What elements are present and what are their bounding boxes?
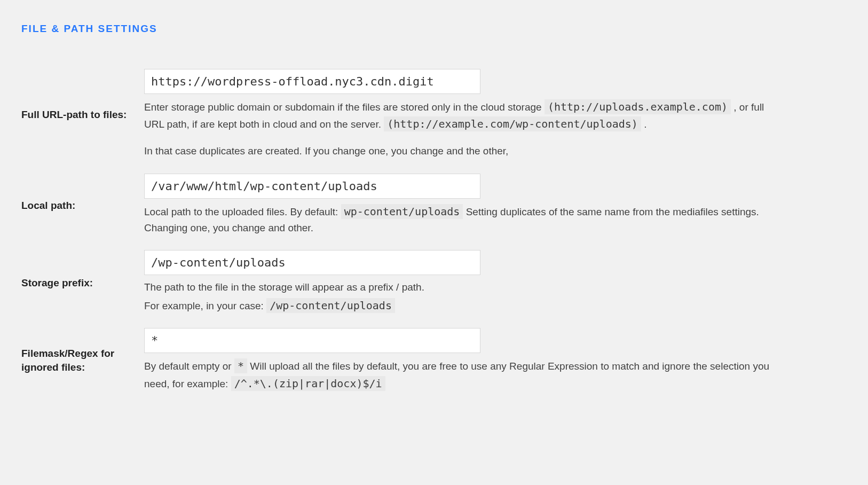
code-snippet: /wp-content/uploads (266, 298, 395, 313)
storage-prefix-label: Storage prefix: (21, 276, 139, 290)
full-url-path-input[interactable] (144, 69, 480, 94)
filemask-input[interactable] (144, 328, 480, 353)
full-url-path-help: Enter storage public domain or subdomain… (144, 98, 774, 160)
code-snippet: /^.*\.(zip|rar|docx)$/i (231, 376, 385, 391)
code-snippet: (http://example.com/wp-content/uploads) (384, 116, 641, 131)
code-snippet: * (234, 358, 247, 373)
filemask-label: Filemask/Regex for ignored files: (21, 347, 139, 374)
full-url-path-label: Full URL-path to files: (21, 108, 139, 122)
code-snippet: wp-content/uploads (341, 204, 463, 219)
filemask-help: By default empty or * Will upload all th… (144, 357, 774, 392)
local-path-help: Local path to the uploaded files. By def… (144, 203, 774, 237)
code-snippet: (http://uploads.example.com) (545, 99, 731, 114)
settings-table: Full URL-path to files: Enter storage pu… (21, 62, 847, 400)
row-filemask: Filemask/Regex for ignored files: By def… (21, 322, 847, 400)
storage-prefix-input[interactable] (144, 250, 480, 275)
storage-prefix-help: The path to the file in the storage will… (144, 279, 774, 314)
section-title: FILE & PATH SETTINGS (21, 21, 847, 37)
local-path-input[interactable] (144, 174, 480, 199)
row-local-path: Local path: Local path to the uploaded f… (21, 167, 847, 244)
local-path-label: Local path: (21, 199, 139, 213)
row-full-url-path: Full URL-path to files: Enter storage pu… (21, 62, 847, 167)
row-storage-prefix: Storage prefix: The path to the file in … (21, 244, 847, 322)
